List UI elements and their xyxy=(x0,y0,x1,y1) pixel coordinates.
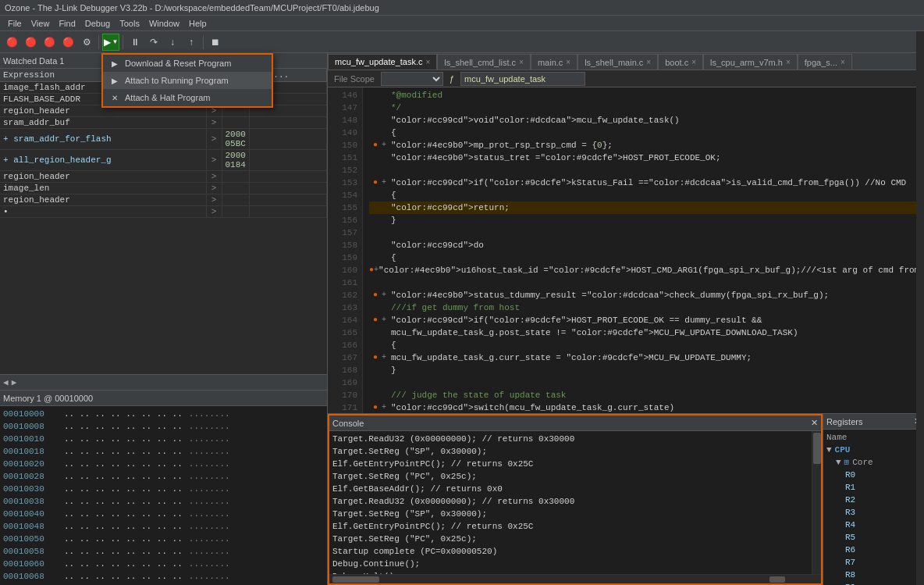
line-marker-157[interactable]: ● xyxy=(369,227,382,239)
line-number-161: 161 xyxy=(331,276,357,289)
line-marker-159[interactable]: ● xyxy=(369,251,382,264)
line-marker-153[interactable]: ● xyxy=(369,177,382,189)
line-expand-167[interactable]: + xyxy=(382,351,391,364)
mem-bytes: .. .. .. .. .. .. .. .. xyxy=(64,558,183,570)
console-content[interactable]: Target.ReadU32 (0x00000000); // returns … xyxy=(329,431,812,574)
line-marker-165[interactable]: ● xyxy=(369,326,382,339)
reg-scrollbar[interactable] xyxy=(916,53,924,585)
toolbar-sep-3 xyxy=(203,35,204,49)
tab-close-2[interactable]: × xyxy=(566,58,570,66)
line-marker-161[interactable]: ● xyxy=(369,276,382,289)
memory-row: 00010020.. .. .. .. .. .. .. .. ........ xyxy=(3,458,324,470)
menu-debug[interactable]: Debug xyxy=(80,16,115,30)
menu-file[interactable]: File xyxy=(3,16,27,30)
mem-bytes: .. .. .. .. .. .. .. .. xyxy=(64,520,183,533)
line-expand-171[interactable]: + xyxy=(382,401,391,413)
menu-view[interactable]: View xyxy=(27,16,55,30)
line-marker-156[interactable]: ● xyxy=(369,214,382,227)
console-scrollbar[interactable] xyxy=(812,431,821,574)
code-line-151: ● "color:#4ec9b0">status_t ret = "color:… xyxy=(369,152,918,164)
tab-6[interactable]: fpga_s...× xyxy=(798,54,852,70)
mem-bytes: .. .. .. .. .. .. .. .. xyxy=(64,508,183,520)
attach-halt-label: Attach & Halt Program xyxy=(125,93,210,102)
toolbar-btn-5[interactable]: ⚙ xyxy=(78,34,95,51)
line-marker-155[interactable]: ● xyxy=(369,202,382,214)
toolbar-btn-extra[interactable]: ⏹ xyxy=(207,34,224,51)
toolbar-btn-2[interactable]: 🔴 xyxy=(22,34,39,51)
toolbar-btn-3[interactable]: 🔴 xyxy=(41,34,58,51)
toolbar-step-btn[interactable]: ⏸ xyxy=(126,34,144,51)
line-marker-158[interactable]: ● xyxy=(369,239,382,251)
memory-row: 00010030.. .. .. .. .. .. .. .. ........ xyxy=(3,483,324,495)
line-expand-162[interactable]: + xyxy=(382,289,391,301)
tab-close-0[interactable]: × xyxy=(426,58,431,66)
nav-right-icon[interactable]: ▶ xyxy=(12,377,17,387)
line-marker-146[interactable]: ● xyxy=(369,89,382,102)
line-marker-152[interactable]: ● xyxy=(369,164,382,177)
line-marker-166[interactable]: ● xyxy=(369,339,382,351)
line-marker-151[interactable]: ● xyxy=(369,152,382,164)
menu-help[interactable]: Help xyxy=(184,16,211,30)
line-marker-171[interactable]: ● xyxy=(369,401,382,413)
console-hscrollbar[interactable] xyxy=(329,574,821,583)
line-expand-150[interactable]: + xyxy=(382,139,391,152)
cpu-expand-icon[interactable]: ▼ xyxy=(826,444,832,456)
line-marker-168[interactable]: ● xyxy=(369,364,382,376)
watch-row: • > xyxy=(0,206,327,218)
line-marker-154[interactable]: ● xyxy=(369,189,382,202)
mem-addr: 00010030 xyxy=(3,483,58,495)
line-marker-169[interactable]: ● xyxy=(369,376,382,389)
tabs-bar: mcu_fw_update_task.c×ls_shell_cmd_list.c… xyxy=(328,53,924,70)
tab-1[interactable]: ls_shell_cmd_list.c× xyxy=(437,54,531,70)
reg-label-r5: R5 xyxy=(826,531,855,544)
dropdown-download-reset[interactable]: ▶ Download & Reset Program xyxy=(103,55,272,72)
line-marker-164[interactable]: ● xyxy=(369,314,382,326)
watch-row: sram_addr_buf > xyxy=(0,117,327,129)
tab-0[interactable]: mcu_fw_update_task.c× xyxy=(328,54,437,70)
line-marker-148[interactable]: ● xyxy=(369,114,382,127)
download-reset-btn[interactable]: ▶ ▼ xyxy=(102,34,119,51)
line-marker-167[interactable]: ● xyxy=(369,351,382,364)
nav-left-icon[interactable]: ◀ xyxy=(3,377,9,387)
line-marker-150[interactable]: ● xyxy=(369,139,382,152)
tab-5[interactable]: ls_cpu_arm_v7m.h× xyxy=(703,54,798,70)
memory-row: 00010008.. .. .. .. .. .. .. .. ........ xyxy=(3,420,324,433)
tab-2[interactable]: main.c× xyxy=(531,54,578,70)
toolbar-step-over[interactable]: ↷ xyxy=(145,34,162,51)
line-marker-162[interactable]: ● xyxy=(369,289,382,301)
line-expand-153[interactable]: + xyxy=(382,177,391,189)
file-scope-select[interactable] xyxy=(381,72,443,86)
tab-3[interactable]: ls_shell_main.c× xyxy=(578,54,658,70)
memory-content[interactable]: 00010000.. .. .. .. .. .. .. .. ........… xyxy=(0,406,327,585)
tab-close-3[interactable]: × xyxy=(646,58,651,66)
toolbar-step-into[interactable]: ↓ xyxy=(164,34,181,51)
download-icon: ▶ xyxy=(109,58,120,69)
code-content[interactable]: ● *@modified● */●"color:#cc99cd">void "c… xyxy=(363,87,924,413)
dropdown-attach-running[interactable]: ▶ Attach to Running Program xyxy=(103,72,272,89)
menu-find[interactable]: Find xyxy=(54,16,80,30)
line-marker-170[interactable]: ● xyxy=(369,389,382,401)
registers-content[interactable]: Name ▼ CPU ▼ ⊞ Core R0R1R2R3R4R5 xyxy=(823,430,924,585)
mem-bytes: .. .. .. .. .. .. .. .. xyxy=(64,483,183,495)
dropdown-attach-halt[interactable]: ✕ Attach & Halt Program xyxy=(103,89,272,106)
tab-close-5[interactable]: × xyxy=(786,58,791,66)
watched-data-table[interactable]: Expression n Refr... image_flash_addr > … xyxy=(0,69,327,374)
line-marker-163[interactable]: ● xyxy=(369,301,382,314)
console-close-icon[interactable]: ✕ xyxy=(811,418,818,428)
tab-close-1[interactable]: × xyxy=(519,58,524,66)
tab-close-4[interactable]: × xyxy=(691,58,696,66)
core-expand-icon[interactable]: ▼ xyxy=(836,456,841,469)
tab-close-6[interactable]: × xyxy=(840,58,845,66)
line-marker-147[interactable]: ● xyxy=(369,102,382,114)
menu-window[interactable]: Window xyxy=(144,16,184,30)
toolbar-step-out[interactable]: ↑ xyxy=(183,34,200,51)
line-marker-149[interactable]: ● xyxy=(369,127,382,139)
function-input[interactable] xyxy=(460,72,585,86)
toolbar-btn-4[interactable]: 🔴 xyxy=(59,34,76,51)
toolbar-btn-1[interactable]: 🔴 xyxy=(3,34,20,51)
tab-4[interactable]: boot.c× xyxy=(658,54,703,70)
code-text-168: } xyxy=(391,364,396,376)
menu-tools[interactable]: Tools xyxy=(115,16,144,30)
line-expand-164[interactable]: + xyxy=(382,314,391,326)
line-number-168: 168 xyxy=(331,364,357,376)
